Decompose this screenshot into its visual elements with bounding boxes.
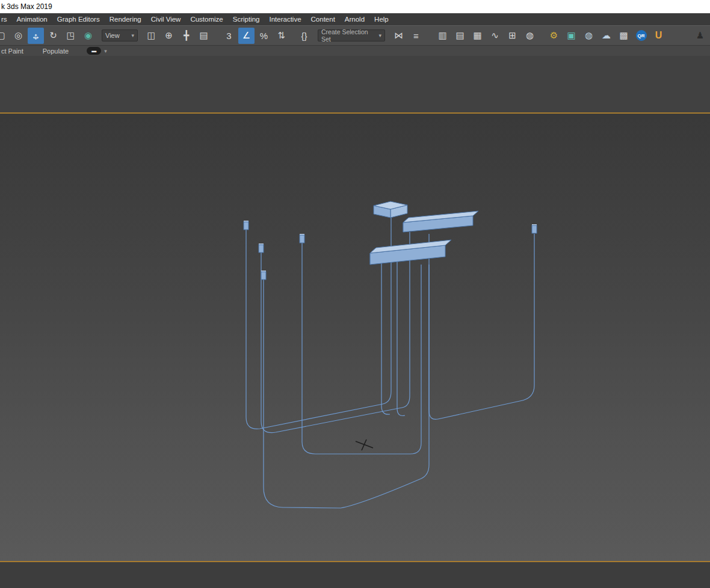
reference-coordinate-value: View xyxy=(105,32,120,39)
axis-constraint-icon-glyph: ╋ xyxy=(184,30,189,41)
menu-item-graph-editors[interactable]: Graph Editors xyxy=(52,16,105,23)
pendant-wire-4[interactable] xyxy=(264,265,429,508)
layer-manager-icon-glyph: ▥ xyxy=(438,30,446,41)
schematic-view-icon[interactable]: ⊞ xyxy=(504,28,520,44)
select-and-place-icon[interactable]: ◉ xyxy=(80,28,96,44)
select-and-scale-icon-glyph: ◳ xyxy=(66,30,75,41)
toolbar-snaps-group: 3∠%⇅ xyxy=(221,28,289,44)
wire-connector-3[interactable] xyxy=(300,234,304,243)
menu-item-rs[interactable]: rs xyxy=(0,16,12,23)
mirror-icon[interactable]: ⋈ xyxy=(390,28,407,44)
wire-connector-5[interactable] xyxy=(532,224,537,233)
wire-connector-body xyxy=(244,222,248,230)
use-pivot-center-icon[interactable]: ◫ xyxy=(143,28,159,44)
ribbon-pill-icon: ▬ xyxy=(91,48,96,54)
toolbar-pivot-group: ◫⊕╋▤ xyxy=(143,28,212,44)
select-and-move-icon[interactable]: ↔↕ xyxy=(28,28,44,44)
pendant-box-large[interactable] xyxy=(370,240,451,265)
menu-item-arnold[interactable]: Arnold xyxy=(340,16,369,23)
render-production-icon-glyph: ◍ xyxy=(585,30,593,41)
percent-snap-icon[interactable]: % xyxy=(256,28,272,44)
spinner-snap-icon-glyph: ⇅ xyxy=(277,30,285,41)
curve-editor-icon[interactable]: ∿ xyxy=(487,28,503,44)
menu-item-interactive[interactable]: Interactive xyxy=(264,16,306,23)
toolbar-managers-group: ▥▤▦∿⊞◍ xyxy=(434,28,538,44)
material-editor-icon[interactable]: ◍ xyxy=(522,28,538,44)
ribbon-tab-populate[interactable]: Populate xyxy=(36,47,76,55)
perspective-viewport[interactable] xyxy=(0,112,710,562)
scene-explorer-icon[interactable]: ▤ xyxy=(452,28,468,44)
ribbon-panel xyxy=(0,56,710,112)
pendant-box-small[interactable] xyxy=(374,201,407,218)
menu-item-animation[interactable]: Animation xyxy=(12,16,52,23)
scene-explorer-icon-glyph: ▤ xyxy=(455,30,464,41)
render-badge-icon[interactable]: QR xyxy=(633,28,649,44)
viewport-svg[interactable] xyxy=(0,114,710,561)
ribbon-tab-ct-paint[interactable]: ct Paint xyxy=(0,47,36,55)
menu-item-help[interactable]: Help xyxy=(369,16,394,23)
select-and-move-icon-glyph2: ↕ xyxy=(28,28,44,44)
toolbar-mirror-align-group: ⋈≡ xyxy=(390,28,424,44)
pendant-wire-5[interactable] xyxy=(429,234,534,419)
snaps-toggle-icon[interactable]: 3 xyxy=(221,28,237,44)
spinner-snap-icon[interactable]: ⇅ xyxy=(273,28,289,44)
angle-snap-icon[interactable]: ∠ xyxy=(238,28,255,44)
select-object-icon[interactable]: ◎ xyxy=(10,28,26,44)
crosshair-cursor xyxy=(356,439,373,450)
select-and-rotate-icon[interactable]: ↻ xyxy=(45,28,61,44)
select-and-scale-icon[interactable]: ◳ xyxy=(63,28,79,44)
menu-item-content[interactable]: Content xyxy=(306,16,340,23)
create-selection-set-dropdown[interactable]: Create Selection Set ▾ xyxy=(318,29,385,41)
u-badge-icon-glyph: U xyxy=(655,30,662,41)
character-tool-icon[interactable]: ♟ xyxy=(692,28,708,44)
wire-connector-1[interactable] xyxy=(244,221,248,230)
chevron-down-icon: ▾ xyxy=(131,32,134,38)
create-selection-set-value: Create Selection Set xyxy=(321,28,376,43)
mirror-icon-glyph: ⋈ xyxy=(394,30,403,41)
boxes-layer xyxy=(370,201,478,265)
select-and-manipulate-icon[interactable]: ⊕ xyxy=(161,28,177,44)
cursor-layer xyxy=(356,439,373,450)
toolbar-right-group: ♟ xyxy=(692,28,708,44)
render-setup-icon[interactable]: ⚙ xyxy=(546,28,562,44)
a360-gallery-icon[interactable]: ▩ xyxy=(616,28,632,44)
toolbar-sets-group: {} xyxy=(296,28,312,44)
menu-item-scripting[interactable]: Scripting xyxy=(228,16,265,23)
pendant-wire-1[interactable] xyxy=(246,218,391,429)
ribbon-toggle-icon[interactable]: ▦ xyxy=(469,28,486,44)
menu-item-customize[interactable]: Customize xyxy=(185,16,227,23)
layer-manager-icon[interactable]: ▥ xyxy=(434,28,451,44)
reference-coordinate-dropdown[interactable]: View ▾ xyxy=(102,29,138,41)
pendant-box-medium[interactable] xyxy=(403,211,478,232)
use-pivot-center-icon-glyph: ◫ xyxy=(147,30,155,41)
named-selection-sets-icon[interactable]: {} xyxy=(296,28,312,44)
select-and-manipulate-icon-glyph: ⊕ xyxy=(165,30,173,41)
rendered-frame-window-icon-glyph: ▣ xyxy=(567,30,575,41)
menu-bar: rsAnimationGraph EditorsRenderingCivil V… xyxy=(0,13,710,25)
render-production-icon[interactable]: ◍ xyxy=(581,28,597,44)
render-badge-icon-glyph: QR xyxy=(636,30,647,41)
wire-connector-2[interactable] xyxy=(259,243,264,253)
named-selection-sets-icon-glyph: {} xyxy=(301,31,307,41)
select-and-place-icon-glyph: ◉ xyxy=(84,30,92,41)
pendant-wire-6[interactable] xyxy=(381,262,390,414)
selection-region-icon[interactable]: ▢ xyxy=(0,28,9,44)
material-editor-icon-glyph: ◍ xyxy=(526,30,534,41)
pendant-wire-7[interactable] xyxy=(397,261,405,416)
render-in-cloud-icon-glyph: ☁ xyxy=(602,30,611,41)
wire-connector-4[interactable] xyxy=(261,271,266,280)
align-icon-glyph: ≡ xyxy=(413,31,419,41)
menu-item-civil-view[interactable]: Civil View xyxy=(146,16,186,23)
schematic-view-icon-glyph: ⊞ xyxy=(508,30,516,41)
u-badge-icon[interactable]: U xyxy=(650,28,667,44)
rendered-frame-window-icon[interactable]: ▣ xyxy=(563,28,579,44)
axis-constraint-icon[interactable]: ╋ xyxy=(178,28,194,44)
ribbon-tab-row: ct PaintPopulate ▬ ▾ xyxy=(0,46,710,56)
ribbon-minimize-button[interactable]: ▬ xyxy=(87,47,101,55)
pendant-wire-3[interactable] xyxy=(302,243,421,454)
menu-item-rendering[interactable]: Rendering xyxy=(105,16,146,23)
render-in-cloud-icon[interactable]: ☁ xyxy=(598,28,614,44)
align-icon[interactable]: ≡ xyxy=(408,28,424,44)
keyboard-override-icon[interactable]: ▤ xyxy=(196,28,212,44)
selection-region-icon-glyph: ▢ xyxy=(0,30,5,41)
